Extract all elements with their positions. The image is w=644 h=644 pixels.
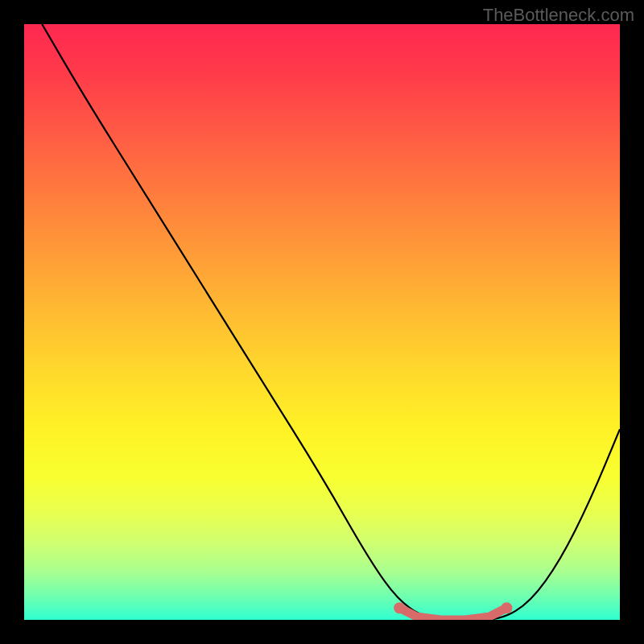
bottleneck-curve-path xyxy=(42,24,620,620)
plot-area xyxy=(24,24,620,620)
highlight-dot-left xyxy=(394,602,405,613)
optimal-range-path xyxy=(399,608,506,620)
watermark-text: TheBottleneck.com xyxy=(483,5,634,26)
highlight-dot-right xyxy=(501,602,512,613)
chart-svg xyxy=(24,24,620,620)
